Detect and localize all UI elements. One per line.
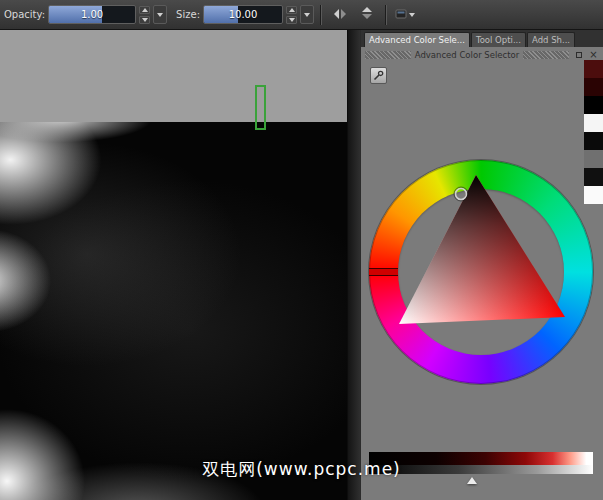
tab-advanced-color-selector[interactable]: Advanced Color Sele... [364,32,470,47]
close-docker-button[interactable]: × [588,49,599,60]
float-icon [576,52,582,58]
swatch[interactable] [584,78,603,96]
size-spin-up-button[interactable] [286,6,297,14]
toolbar-separator [385,5,387,25]
color-wheel [369,160,593,384]
docker-panel: Advanced Color Sele... Tool Opti... Add … [360,30,603,500]
color-cursor [456,189,467,200]
docker-title: Advanced Color Selector [415,50,520,60]
tab-tool-options[interactable]: Tool Opti... [471,32,526,47]
mirror-vertical-icon [361,5,373,24]
docker-titlebar[interactable]: Advanced Color Selector × [361,47,603,62]
swatch[interactable] [584,132,603,150]
wrench-icon [373,66,384,85]
canvas-vertical-scrollbar[interactable] [347,30,360,500]
swatch[interactable] [584,96,603,114]
opacity-spinner [139,6,150,24]
swatch[interactable] [584,60,603,78]
top-toolbar: Opacity: 1.00 Size: 10.00 [0,0,603,30]
chevron-down-icon [157,13,163,17]
close-icon: × [589,50,597,60]
swatch-column [584,60,603,204]
swatch[interactable] [584,186,603,204]
arrow-down-icon [142,18,148,22]
opacity-slider[interactable]: 1.00 [48,5,136,24]
toolbar-options-dropdown-button[interactable] [393,4,417,26]
tab-add-shape[interactable]: Add Sh... [527,32,575,47]
size-spin-down-button[interactable] [286,16,297,24]
opacity-spin-up-button[interactable] [139,6,150,14]
mirror-horizontal-button[interactable] [328,4,352,26]
selector-settings-button[interactable] [370,67,387,84]
watermark-text: 双电网(www.pcpc.me) [0,458,603,481]
size-value: 10.00 [204,6,282,23]
swatch[interactable] [584,168,603,186]
chevron-down-icon [409,13,415,17]
saturation-value-triangle[interactable] [369,160,593,384]
size-dropdown-button[interactable] [300,5,314,24]
docker-tab-row: Advanced Color Sele... Tool Opti... Add … [361,30,603,47]
opacity-spin-down-button[interactable] [139,16,150,24]
titlebar-grip[interactable] [365,51,411,59]
painting-layer[interactable] [0,122,347,500]
toolbar-separator [320,5,322,25]
canvas[interactable] [0,30,347,500]
mirror-vertical-button[interactable] [355,4,379,26]
arrow-down-icon [289,18,295,22]
size-label: Size: [176,9,200,20]
titlebar-grip[interactable] [523,51,569,59]
brush-outline-cursor [255,85,266,130]
arrow-up-icon [289,8,295,12]
chevron-down-icon [304,13,310,17]
application-window: Opacity: 1.00 Size: 10.00 [0,0,603,500]
float-docker-button[interactable] [573,49,584,60]
opacity-dropdown-button[interactable] [153,5,167,24]
size-slider[interactable]: 10.00 [203,5,283,24]
opacity-value: 1.00 [49,6,135,23]
swatch[interactable] [584,114,603,132]
swatch[interactable] [584,150,603,168]
arrow-up-icon [142,8,148,12]
size-spinner [286,6,297,24]
tool-preset-icon [395,5,407,24]
opacity-label: Opacity: [4,9,45,20]
mirror-horizontal-icon [333,5,347,24]
